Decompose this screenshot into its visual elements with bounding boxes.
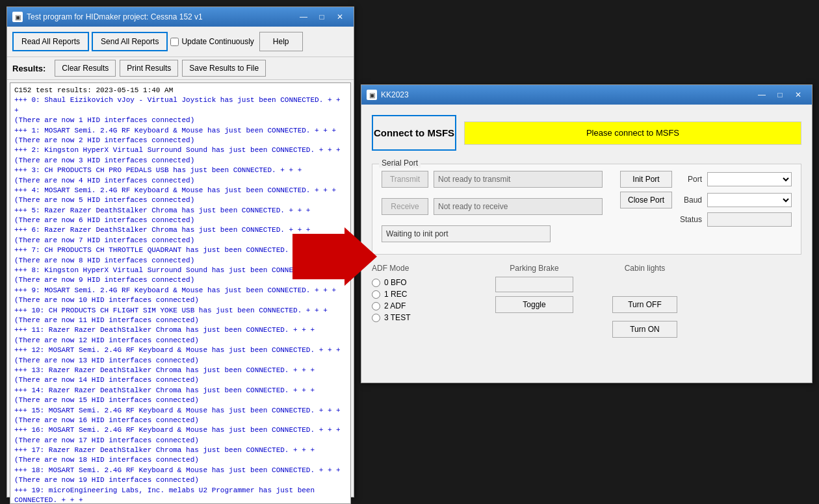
baud-dropdown[interactable] bbox=[707, 193, 792, 207]
result-line: +++ 17: Razer Razer DeathStalker Chroma … bbox=[14, 446, 346, 455]
connect-section: Connect to MSFS Please connect to MSFS bbox=[372, 115, 801, 151]
update-continuously-label[interactable]: Update Continuously bbox=[170, 37, 254, 46]
result-line: (There are now 5 HID interfaces connecte… bbox=[14, 195, 346, 205]
app-icon-2: ▣ bbox=[367, 90, 377, 100]
result-line: (There are now 16 HID interfaces connect… bbox=[14, 416, 346, 425]
title-bar-left-2: ▣ KK2023 bbox=[367, 90, 409, 100]
app-icon-1: ▣ bbox=[12, 12, 23, 22]
maximize-btn-2[interactable]: □ bbox=[772, 89, 788, 101]
result-line: (There are now 2 HID interfaces connecte… bbox=[14, 136, 346, 145]
result-line: +++ 16: MOSART Semi. 2.4G RF Keyboard & … bbox=[14, 425, 346, 435]
send-all-reports-button[interactable]: Send All Reports bbox=[92, 32, 168, 51]
waiting-row: Waiting to init port bbox=[382, 225, 610, 242]
waiting-status-box: Waiting to init port bbox=[382, 225, 551, 242]
title-bar-left-1: ▣ Test program for HIDmaker project: Ces… bbox=[12, 12, 203, 22]
adf-option-2[interactable]: 2 ADF bbox=[372, 301, 450, 310]
turn-on-button[interactable]: Turn ON bbox=[612, 321, 677, 338]
title-bar-1: ▣ Test program for HIDmaker project: Ces… bbox=[7, 7, 354, 27]
adf-mode-title: ADF Mode bbox=[372, 264, 450, 273]
result-line: +++ 3: CH PRODUCTS CH PRO PEDALS USB has… bbox=[14, 166, 346, 175]
cabin-lights-title: Cabin lights bbox=[612, 264, 677, 273]
toolbar-1: Read All Reports Send All Reports Update… bbox=[7, 27, 354, 57]
window1-title: Test program for HIDmaker project: Cessn… bbox=[27, 12, 203, 21]
result-line: +++ 12: MOSART Semi. 2.4G RF Keyboard & … bbox=[14, 346, 346, 355]
adf-option-0[interactable]: 0 BFO bbox=[372, 278, 450, 287]
title-bar-controls-1: — □ ✕ bbox=[295, 11, 348, 23]
result-line: (There are now 14 HID interfaces connect… bbox=[14, 375, 346, 385]
result-line: (There are now 13 HID interfaces connect… bbox=[14, 356, 346, 366]
status-label: Status bbox=[677, 215, 702, 224]
parking-brake-section: Parking Brake Toggle bbox=[495, 264, 573, 338]
maximize-btn-1[interactable]: □ bbox=[313, 11, 330, 23]
result-line: (There are now 12 HID interfaces connect… bbox=[14, 336, 346, 346]
title-bar-controls-2: — □ ✕ bbox=[753, 89, 807, 101]
update-continuously-checkbox[interactable] bbox=[170, 38, 179, 46]
result-line: +++ 11: Razer Razer DeathStalker Chroma … bbox=[14, 325, 346, 335]
result-line: +++ 19: microEngineering Labs, Inc. mela… bbox=[14, 486, 346, 504]
close-port-button[interactable]: Close Port bbox=[620, 192, 672, 208]
receive-status-field bbox=[434, 198, 603, 215]
adf-mode-section: ADF Mode 0 BFO 1 REC 2 ADF bbox=[372, 264, 450, 338]
result-line: +++ 15: MOSART Semi. 2.4G RF Keyboard & … bbox=[14, 406, 346, 416]
result-line: +++ 1: MOSART Semi. 2.4G RF Keyboard & M… bbox=[14, 126, 346, 136]
result-line: (There are now 18 HID interfaces connect… bbox=[14, 455, 346, 465]
red-arrow-indicator bbox=[292, 227, 377, 288]
result-line: (There are now 15 HID interfaces connect… bbox=[14, 396, 346, 405]
update-continuously-text: Update Continuously bbox=[181, 37, 254, 46]
adf-radio-2[interactable] bbox=[372, 302, 380, 310]
adf-option-3[interactable]: 3 TEST bbox=[372, 313, 450, 322]
result-line: +++ 5: Razer Razer DeathStalker Chroma h… bbox=[14, 206, 346, 216]
status-field bbox=[707, 212, 792, 227]
result-line: (There are now 17 HID interfaces connect… bbox=[14, 436, 346, 446]
serial-port-title: Serial Port bbox=[379, 158, 421, 168]
port-label: Port bbox=[677, 175, 702, 184]
port-dropdown[interactable] bbox=[707, 172, 792, 186]
minimize-btn-2[interactable]: — bbox=[753, 89, 770, 101]
baud-label: Baud bbox=[677, 195, 702, 205]
results-area[interactable]: C152 test results: 2023-05-15 1:40 AM+++… bbox=[10, 82, 351, 504]
result-line: +++ 13: Razer Razer DeathStalker Chroma … bbox=[14, 366, 346, 375]
minimize-btn-1[interactable]: — bbox=[295, 11, 312, 23]
serial-port-section: Serial Port Transmit Receive Waiting to … bbox=[372, 164, 801, 255]
result-line: +++ 18: MOSART Semi. 2.4G RF Keyboard & … bbox=[14, 466, 346, 475]
result-line: +++ 10: CH PRODUCTS CH FLIGHT SIM YOKE U… bbox=[14, 306, 346, 316]
results-label: Results: bbox=[12, 64, 46, 73]
parking-brake-title: Parking Brake bbox=[495, 264, 573, 273]
help-button[interactable]: Help bbox=[259, 32, 303, 51]
receive-button[interactable]: Receive bbox=[382, 198, 428, 215]
turn-off-button[interactable]: Turn OFF bbox=[612, 296, 677, 313]
adf-radio-3[interactable] bbox=[372, 314, 380, 322]
result-line: +++ 2: Kingston HyperX Virtual Surround … bbox=[14, 145, 346, 155]
bottom-controls-section: ADF Mode 0 BFO 1 REC 2 ADF bbox=[372, 264, 801, 338]
close-btn-1[interactable]: ✕ bbox=[332, 11, 348, 23]
result-line: (There are now 10 HID interfaces connect… bbox=[14, 296, 346, 305]
init-port-button[interactable]: Init Port bbox=[620, 171, 672, 188]
connect-msfs-button[interactable]: Connect to MSFS bbox=[372, 115, 456, 151]
window2-title: KK2023 bbox=[381, 90, 409, 99]
result-line: C152 test results: 2023-05-15 1:40 AM bbox=[14, 86, 346, 95]
window2-kk2023: ▣ KK2023 — □ ✕ Connect to MSFS Please co… bbox=[361, 84, 812, 383]
title-bar-2: ▣ KK2023 — □ ✕ bbox=[361, 85, 812, 105]
adf-radio-1[interactable] bbox=[372, 290, 380, 299]
svg-marker-0 bbox=[292, 227, 377, 286]
cabin-lights-section: Cabin lights Turn OFF Turn ON bbox=[612, 264, 677, 338]
result-line: (There are now 11 HID interfaces connect… bbox=[14, 316, 346, 325]
adf-radio-group: 0 BFO 1 REC 2 ADF 3 TEST bbox=[372, 278, 450, 322]
save-results-button[interactable]: Save Results to File bbox=[182, 60, 266, 77]
results-bar: Results: Clear Results Print Results Sav… bbox=[7, 57, 354, 80]
result-line: +++ 4: MOSART Semi. 2.4G RF Keyboard & M… bbox=[14, 186, 346, 195]
close-btn-2[interactable]: ✕ bbox=[790, 89, 807, 101]
transmit-button[interactable]: Transmit bbox=[382, 171, 428, 188]
adf-option-1[interactable]: 1 REC bbox=[372, 290, 450, 299]
receive-row: Receive bbox=[382, 198, 610, 215]
result-line: (There are now 1 HID interfaces connecte… bbox=[14, 116, 346, 125]
print-results-button[interactable]: Print Results bbox=[120, 60, 178, 77]
clear-results-button[interactable]: Clear Results bbox=[55, 60, 116, 77]
transmit-row: Transmit bbox=[382, 171, 610, 188]
parking-brake-toggle-button[interactable]: Toggle bbox=[495, 296, 573, 313]
read-all-reports-button[interactable]: Read All Reports bbox=[12, 32, 89, 51]
result-line: +++ 0: Shaul Eizikovich vJoy - Virtual J… bbox=[14, 95, 346, 116]
result-line: (There are now 4 HID interfaces connecte… bbox=[14, 176, 346, 186]
transmit-status-field bbox=[434, 171, 603, 188]
msfs-status-display: Please connect to MSFS bbox=[464, 121, 801, 145]
